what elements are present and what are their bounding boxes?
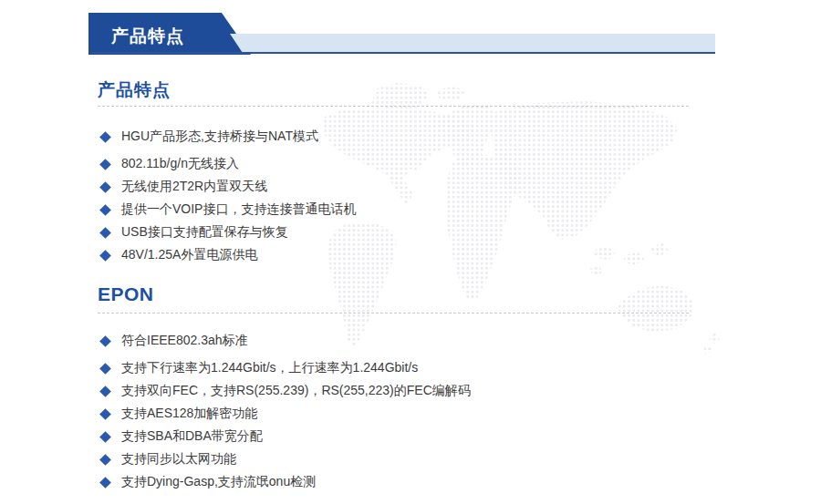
list-item-text: 支持同步以太网功能 [121,451,236,468]
list-item-text: USB接口支持配置保存与恢复 [121,224,288,241]
list-item-text: 支持SBA和DBA带宽分配 [121,428,263,445]
banner-tab-label: 产品特点 [111,25,184,48]
list-item: 提供一个VOIP接口，支持连接普通电话机 [99,203,356,216]
diamond-bullet-icon [99,204,111,216]
list-item: 802.11b/g/n无线接入 [99,158,356,170]
list-item-text: 48V/1.25A外置电源供电 [121,247,257,263]
diamond-bullet-icon [99,227,111,239]
diamond-bullet-icon [99,454,111,466]
list-item: 符合IEEE802.3ah标准 [99,334,471,347]
diamond-bullet-icon [99,477,111,489]
diamond-bullet-icon [99,408,111,420]
list-item-text: 支持双向FEC，支持RS(255.239)，RS(255,223)的FEC编解码 [121,383,471,399]
diamond-bullet-icon [99,363,111,375]
list-item: 支持双向FEC，支持RS(255.239)，RS(255,223)的FEC编解码 [99,385,471,397]
diamond-bullet-icon [99,181,111,193]
dashed-divider [98,106,689,107]
list-item-text: 支持Dying-Gasp,支持流氓onu检测 [121,474,316,490]
list-item-text: 符合IEEE802.3ah标准 [121,333,248,349]
product-features-page: 产品特点 产品特点 HGU产品形态,支持桥接与NAT模式 802.11b/g/n… [0,0,821,504]
list-item: 48V/1.25A外置电源供电 [99,249,356,262]
list-item-text: HGU产品形态,支持桥接与NAT模式 [121,129,318,145]
epon-features-list: 符合IEEE802.3ah标准 支持下行速率为1.244Gbit/s，上行速率为… [99,334,471,499]
list-item: 支持SBA和DBA带宽分配 [99,430,471,443]
product-features-list: HGU产品形态,支持桥接与NAT模式 802.11b/g/n无线接入 无线使用2… [99,130,356,272]
list-item-text: 支持下行速率为1.244Gbit/s，上行速率为1.244Gbit/s [121,360,418,376]
section-title-product-features: 产品特点 [98,78,171,102]
list-item: HGU产品形态,支持桥接与NAT模式 [99,130,356,143]
list-item: 支持下行速率为1.244Gbit/s，上行速率为1.244Gbit/s [99,362,471,375]
diamond-bullet-icon [99,131,111,143]
list-item-text: 提供一个VOIP接口，支持连接普通电话机 [121,201,356,218]
world-map-icon [315,77,743,369]
diamond-bullet-icon [99,335,111,347]
diamond-bullet-icon [99,431,111,443]
dashed-divider [98,313,689,314]
list-item-text: 无线使用2T2R内置双天线 [121,179,267,195]
list-item: 支持同步以太网功能 [99,453,471,466]
diamond-bullet-icon [99,159,111,170]
diamond-bullet-icon [99,250,111,262]
diamond-bullet-icon [99,386,111,397]
list-item-text: 802.11b/g/n无线接入 [121,156,239,172]
list-item: 支持Dying-Gasp,支持流氓onu检测 [99,476,471,489]
banner-underline [91,52,715,54]
list-item: USB接口支持配置保存与恢复 [99,226,356,239]
list-item-text: 支持AES128加解密功能 [121,406,257,422]
list-item: 无线使用2T2R内置双天线 [99,180,356,193]
banner-light-band [230,34,715,52]
list-item: 支持AES128加解密功能 [99,407,471,420]
section-title-epon: EPON [98,283,154,305]
